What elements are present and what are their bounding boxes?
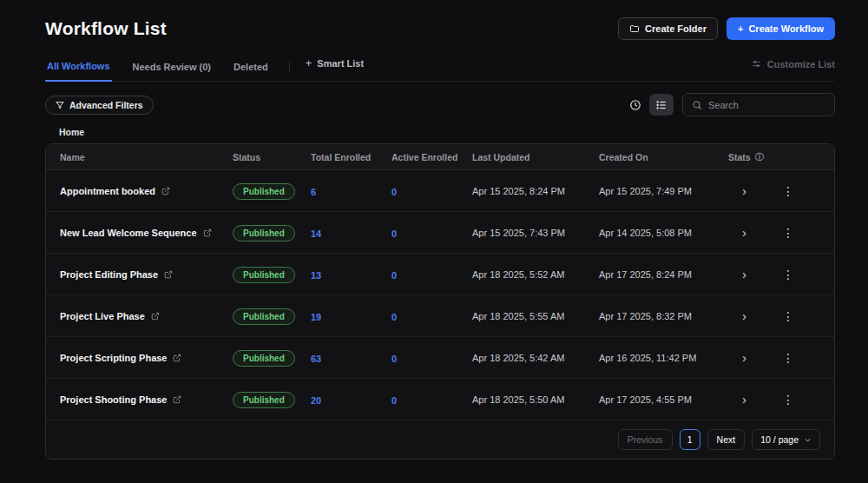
external-link-icon[interactable] (173, 354, 181, 362)
row-menu-kebab-icon[interactable]: ⋮ (779, 183, 798, 199)
previous-page-button[interactable]: Previous (618, 429, 673, 450)
row-menu-kebab-icon[interactable]: ⋮ (779, 225, 798, 241)
active-enrolled-link[interactable]: 0 (391, 312, 397, 322)
status-badge: Published (233, 183, 295, 200)
row-menu-kebab-icon[interactable]: ⋮ (779, 392, 798, 407)
status-badge: Published (233, 350, 295, 367)
active-enrolled-link[interactable]: 0 (391, 270, 397, 281)
stats-chevron-icon[interactable]: › (742, 393, 746, 406)
history-view-button[interactable] (623, 94, 648, 116)
workflow-name[interactable]: Project Live Phase (60, 311, 145, 321)
page-header: Workflow List Create Folder + Create Wor… (45, 17, 835, 40)
breadcrumb-home[interactable]: Home (59, 127, 84, 137)
create-workflow-button[interactable]: + Create Workflow (727, 17, 835, 40)
total-enrolled-link[interactable]: 6 (311, 187, 316, 197)
active-enrolled-link[interactable]: 0 (391, 395, 397, 406)
search-input[interactable] (708, 100, 832, 110)
column-header-last-updated: Last Updated (472, 152, 599, 162)
table-row[interactable]: Project Live Phase Published 19 0 Apr 18… (46, 295, 834, 337)
workflow-name[interactable]: Project Editing Phase (60, 269, 158, 280)
status-badge: Published (233, 225, 295, 242)
list-view-button[interactable] (649, 94, 674, 116)
total-enrolled-link[interactable]: 63 (311, 354, 321, 364)
active-enrolled-link[interactable]: 0 (391, 228, 397, 239)
created-on-value: Apr 17 2025, 4:55 PM (599, 394, 728, 405)
stats-chevron-icon[interactable]: › (742, 309, 746, 322)
smart-list-button[interactable]: + Smart List (306, 56, 364, 78)
page-size-label: 10 / page (760, 434, 799, 445)
page-number-button[interactable]: 1 (680, 429, 700, 450)
external-link-icon[interactable] (151, 312, 160, 321)
next-page-button[interactable]: Next (707, 429, 746, 450)
plus-icon: + (738, 24, 743, 34)
tabs-bar: All Workflows Needs Review (0) Deleted +… (45, 54, 835, 82)
page-title: Workflow List (45, 18, 167, 39)
column-header-total-enrolled: Total Enrolled (311, 152, 391, 162)
stats-chevron-icon[interactable]: › (742, 184, 746, 197)
table-row[interactable]: Project Editing Phase Published 13 0 Apr… (46, 254, 834, 295)
created-on-value: Apr 14 2025, 5:08 PM (599, 228, 728, 238)
last-updated-value: Apr 18 2025, 5:42 AM (472, 353, 599, 363)
folder-icon (629, 23, 640, 34)
create-folder-label: Create Folder (645, 24, 707, 34)
create-folder-button[interactable]: Create Folder (618, 17, 718, 40)
create-workflow-label: Create Workflow (748, 24, 824, 34)
row-menu-kebab-icon[interactable]: ⋮ (779, 267, 798, 282)
tab-deleted[interactable]: Deleted (232, 55, 270, 81)
active-enrolled-link[interactable]: 0 (391, 187, 397, 197)
last-updated-value: Apr 18 2025, 5:55 AM (472, 311, 599, 321)
stats-chevron-icon[interactable]: › (742, 226, 746, 239)
list-icon (655, 99, 667, 111)
column-header-status: Status (233, 152, 311, 162)
status-badge: Published (233, 308, 295, 325)
stats-chevron-icon[interactable]: › (742, 268, 746, 281)
header-actions: Create Folder + Create Workflow (618, 17, 835, 40)
tab-divider (289, 62, 290, 72)
info-icon: ⓘ (755, 151, 764, 163)
row-menu-kebab-icon[interactable]: ⋮ (779, 350, 798, 366)
customize-list-label: Customize List (767, 59, 835, 69)
workflow-name[interactable]: Project Scripting Phase (60, 353, 167, 363)
status-badge: Published (233, 267, 295, 283)
workflow-table: Name Status Total Enrolled Active Enroll… (45, 143, 835, 460)
tab-needs-review[interactable]: Needs Review (0) (131, 55, 213, 81)
advanced-filters-label: Advanced Filters (69, 100, 143, 110)
total-enrolled-link[interactable]: 14 (311, 228, 321, 239)
table-row[interactable]: Project Scripting Phase Published 63 0 A… (46, 337, 834, 379)
active-enrolled-link[interactable]: 0 (391, 354, 397, 364)
last-updated-value: Apr 15 2025, 7:43 PM (472, 228, 599, 238)
workflow-name[interactable]: Project Shooting Phase (60, 394, 167, 405)
last-updated-value: Apr 18 2025, 5:52 AM (472, 269, 599, 280)
workflow-list-page: Workflow List Create Folder + Create Wor… (0, 0, 868, 460)
toolbar: Advanced Filters (45, 93, 835, 116)
external-link-icon[interactable] (203, 228, 212, 237)
workflow-name[interactable]: New Lead Welcome Sequence (60, 228, 197, 238)
customize-list-icon (751, 58, 762, 69)
clock-icon (629, 99, 641, 111)
workflow-name[interactable]: Appointment booked (60, 186, 155, 196)
external-link-icon[interactable] (173, 395, 181, 404)
plus-icon: + (306, 56, 312, 69)
toolbar-right (623, 93, 835, 116)
created-on-value: Apr 15 2025, 7:49 PM (599, 186, 728, 196)
customize-list-button[interactable]: Customize List (751, 58, 835, 76)
status-badge: Published (233, 392, 295, 408)
total-enrolled-link[interactable]: 13 (311, 270, 321, 281)
created-on-value: Apr 16 2025, 11:42 PM (599, 353, 728, 363)
advanced-filters-button[interactable]: Advanced Filters (45, 96, 154, 115)
created-on-value: Apr 17 2025, 8:24 PM (599, 269, 728, 280)
created-on-value: Apr 17 2025, 8:32 PM (599, 311, 728, 321)
external-link-icon[interactable] (161, 187, 170, 195)
view-toggle (623, 94, 674, 116)
table-row[interactable]: Appointment booked Published 6 0 Apr 15 … (46, 170, 834, 212)
external-link-icon[interactable] (164, 270, 173, 279)
page-size-select[interactable]: 10 / page (752, 429, 820, 450)
table-row[interactable]: New Lead Welcome Sequence Published 14 0… (46, 212, 834, 254)
column-header-name: Name (46, 152, 233, 162)
row-menu-kebab-icon[interactable]: ⋮ (779, 308, 798, 324)
stats-chevron-icon[interactable]: › (742, 351, 746, 364)
total-enrolled-link[interactable]: 19 (311, 312, 321, 322)
total-enrolled-link[interactable]: 20 (311, 395, 321, 406)
table-row[interactable]: Project Shooting Phase Published 20 0 Ap… (46, 379, 834, 420)
tab-all-workflows[interactable]: All Workflows (45, 54, 112, 82)
